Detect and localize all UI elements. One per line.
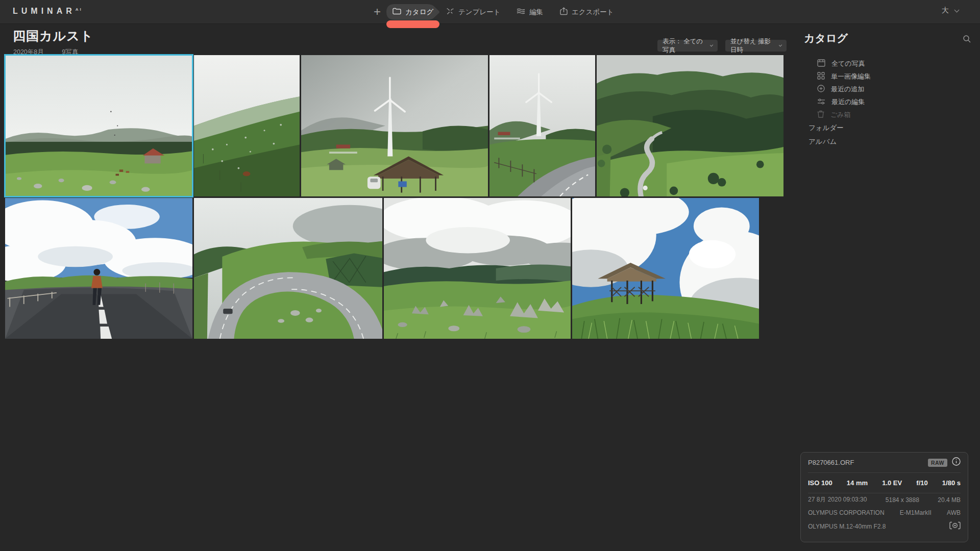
camera-icon[interactable]	[949, 521, 961, 531]
album-date: 2020年8月	[13, 48, 44, 56]
exif-ev: 1.0 EV	[882, 479, 902, 487]
photo-thumbnail-3[interactable]	[301, 55, 488, 196]
tab-edit-label: 編集	[529, 8, 543, 17]
photos-icon	[817, 59, 825, 68]
tab-edit[interactable]: 編集	[510, 4, 549, 20]
sidebar-item-label: 最近の追加	[831, 85, 864, 94]
capture-datetime: 27 8月 2020 09:03:30	[808, 495, 867, 504]
grid-icon	[817, 72, 825, 81]
sort-dropdown[interactable]: 並び替え 撮影日時	[725, 40, 787, 52]
sidebar-item-label: 最近の編集	[831, 97, 865, 107]
show-filter-dropdown[interactable]: 表示： 全ての写真	[657, 40, 718, 52]
photo-info-panel: P8270661.ORF RAW ISO 100 14 mm 1.0 EV f/…	[800, 452, 968, 542]
photo-thumbnail-5[interactable]	[597, 55, 783, 196]
thumbnail-size-control[interactable]: 大	[942, 6, 959, 15]
exif-row: ISO 100 14 mm 1.0 EV f/10 1/80 s	[808, 473, 961, 493]
photo-thumbnail-7[interactable]	[194, 198, 382, 339]
sidebar-section-albums[interactable]: アルバム	[808, 137, 837, 146]
photo-thumbnail-8[interactable]	[384, 198, 571, 339]
wand-icon	[446, 7, 454, 17]
app-logo-ai: AI	[76, 7, 83, 12]
sidebar-item-recently-added[interactable]: 最近の追加	[817, 85, 864, 94]
meta-row-datetime: 27 8月 2020 09:03:30 5184 x 3888 20.4 MB	[808, 493, 961, 506]
sidebar-section-folders[interactable]: フォルダー	[808, 123, 844, 133]
sidebar-item-label: ごみ箱	[830, 110, 851, 119]
sidebar-item-all-photos[interactable]: 全ての写真	[817, 59, 865, 68]
top-bar: LUMINARAI + カタログ テンプレート	[0, 0, 980, 24]
sidebar-item-label: 単一画像編集	[831, 72, 871, 81]
chevron-down-icon	[954, 7, 960, 12]
image-dimensions: 5184 x 3888	[886, 496, 919, 504]
exif-aperture: f/10	[916, 479, 927, 487]
sliders-icon	[517, 8, 525, 16]
tab-catalog[interactable]: カタログ	[386, 4, 440, 20]
info-icon[interactable]	[952, 457, 961, 468]
plus-circle-icon	[817, 85, 825, 94]
raw-format-badge: RAW	[928, 459, 947, 467]
tab-export[interactable]: エクスポート	[554, 4, 620, 20]
photo-filename: P8270661.ORF	[808, 459, 928, 466]
chevron-down-icon	[778, 43, 782, 47]
catalog-panel-title: カタログ	[804, 31, 848, 45]
thumbnail-size-value: 大	[942, 6, 949, 15]
photo-thumbnail-9[interactable]	[572, 198, 759, 339]
luminar-app-window: LUMINARAI + カタログ テンプレート	[0, 0, 980, 551]
page-title: 四国カルスト	[13, 28, 93, 44]
chevron-down-icon	[710, 43, 714, 47]
exif-iso: ISO 100	[808, 479, 832, 487]
export-icon	[560, 7, 568, 17]
search-icon[interactable]	[963, 35, 971, 45]
album-photo-count: 9写真	[62, 48, 78, 56]
exif-shutter: 1/80 s	[942, 479, 961, 487]
white-balance: AWB	[947, 509, 961, 516]
lens-name: OLYMPUS M.12-40mm F2.8	[808, 523, 886, 530]
photo-thumbnail-4[interactable]	[489, 55, 595, 196]
tab-templates-label: テンプレート	[458, 8, 501, 17]
trash-icon	[817, 110, 824, 119]
sort-label: 並び替え 撮影日時	[730, 37, 775, 55]
photo-thumbnail-2[interactable]	[194, 55, 300, 196]
meta-row-lens: OLYMPUS M.12-40mm F2.8	[808, 519, 961, 534]
add-photos-button[interactable]: +	[369, 3, 386, 20]
file-size: 20.4 MB	[938, 496, 961, 504]
exif-focal-length: 14 mm	[847, 479, 868, 487]
app-logo: LUMINARAI	[13, 7, 83, 16]
sidebar-item-single-image-edits[interactable]: 単一画像編集	[817, 72, 871, 81]
show-filter-label: 表示： 全ての写真	[663, 37, 706, 55]
sidebar-item-trash[interactable]: ごみ箱	[817, 110, 851, 119]
photo-thumbnail-1[interactable]	[5, 55, 192, 196]
tab-templates[interactable]: テンプレート	[440, 4, 507, 20]
tab-export-label: エクスポート	[572, 8, 614, 17]
tab-catalog-label: カタログ	[405, 8, 433, 17]
sidebar-item-label: 全ての写真	[831, 59, 865, 68]
meta-row-camera: OLYMPUS CORPORATION E-M1MarkII AWB	[808, 506, 961, 519]
sidebar-item-recently-edited[interactable]: 最近の編集	[817, 97, 865, 107]
folder-icon	[393, 8, 401, 16]
camera-model: E-M1MarkII	[900, 509, 932, 516]
sliders-icon	[817, 98, 825, 107]
camera-maker: OLYMPUS CORPORATION	[808, 509, 885, 516]
photo-thumbnail-6[interactable]	[5, 198, 192, 339]
active-tab-indicator	[386, 20, 439, 28]
